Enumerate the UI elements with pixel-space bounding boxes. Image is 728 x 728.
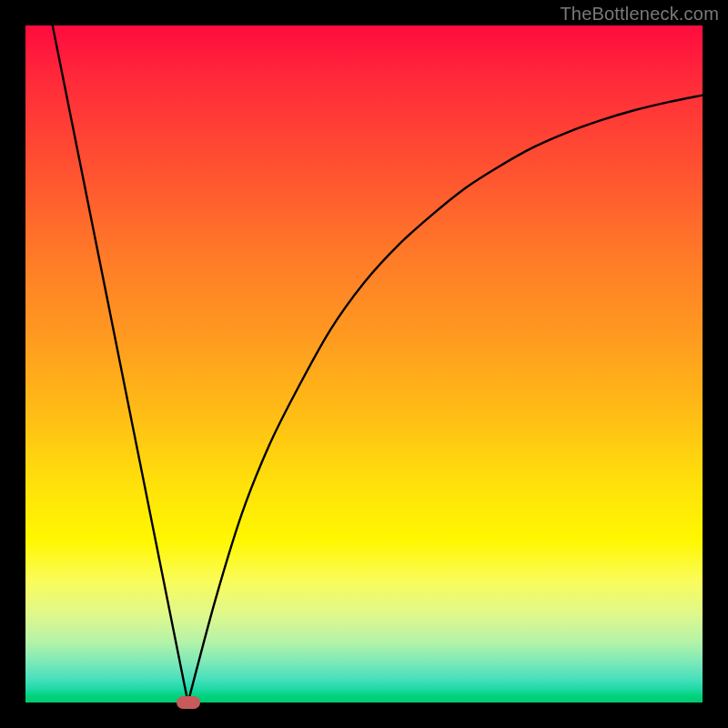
optimal-marker [177,696,200,709]
plot-area [25,25,703,703]
chart-frame: TheBottleneck.com [0,0,728,728]
bottleneck-curve [25,25,703,703]
watermark-text: TheBottleneck.com [560,4,719,25]
